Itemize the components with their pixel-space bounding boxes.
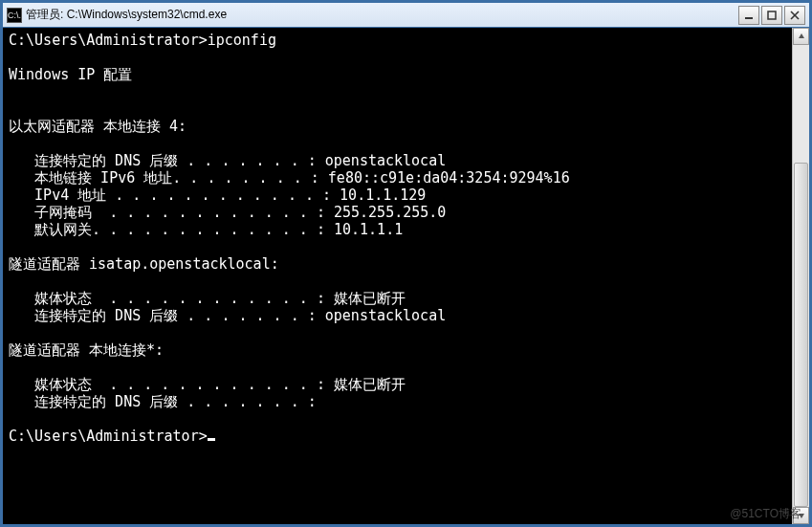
prompt: C:\Users\Administrator> — [9, 428, 208, 445]
scrollbar-thumb[interactable] — [794, 163, 808, 507]
field-label: 子网掩码 . . . . . . . . . . . . : — [9, 204, 334, 221]
field-value: 媒体已断开 — [334, 376, 406, 393]
svg-marker-4 — [799, 33, 804, 38]
field-label: 媒体状态 . . . . . . . . . . . . : — [9, 290, 334, 307]
close-button[interactable] — [784, 6, 805, 25]
field-value: 10.1.1.1 — [334, 221, 403, 238]
adapter-title: 隧道适配器 本地连接*: — [9, 341, 164, 359]
window-title: 管理员: C:\Windows\system32\cmd.exe — [26, 7, 738, 23]
scroll-down-button[interactable] — [793, 507, 809, 524]
minimize-button[interactable] — [738, 6, 759, 25]
field-value: 255.255.255.0 — [334, 204, 446, 221]
field-value: 媒体已断开 — [334, 290, 406, 307]
scroll-up-button[interactable] — [793, 28, 809, 45]
maximize-button[interactable] — [761, 6, 782, 25]
field-label: 连接特定的 DNS 后缀 . . . . . . . : — [9, 307, 325, 324]
app-icon: C:\. — [7, 8, 22, 23]
adapter-title: 以太网适配器 本地连接 4: — [9, 118, 187, 135]
field-label: 媒体状态 . . . . . . . . . . . . : — [9, 376, 334, 393]
field-value: openstacklocal — [325, 152, 446, 169]
cursor — [208, 438, 215, 441]
field-value: openstacklocal — [325, 307, 446, 324]
svg-rect-0 — [745, 17, 753, 19]
vertical-scrollbar[interactable] — [792, 28, 809, 524]
scrollbar-track[interactable] — [793, 45, 809, 507]
field-label: 连接特定的 DNS 后缀 . . . . . . . : — [9, 152, 325, 169]
svg-rect-1 — [768, 11, 776, 19]
field-label: 本地链接 IPv6 地址. . . . . . . . : — [9, 169, 328, 187]
svg-marker-5 — [799, 514, 804, 518]
app-icon-glyph: C:\. — [8, 11, 21, 20]
titlebar[interactable]: C:\. 管理员: C:\Windows\system32\cmd.exe — [3, 3, 809, 28]
field-label: IPv4 地址 . . . . . . . . . . . . : — [9, 187, 340, 204]
ipconfig-header: Windows IP 配置 — [9, 66, 132, 83]
window-buttons — [738, 6, 805, 25]
adapter-title: 隧道适配器 isatap.openstacklocal: — [9, 255, 279, 273]
prompt: C:\Users\Administrator> — [9, 32, 208, 49]
terminal-area: C:\Users\Administrator>ipconfig Windows … — [3, 28, 809, 524]
cmd-window: C:\. 管理员: C:\Windows\system32\cmd.exe C:… — [0, 0, 812, 527]
field-label: 连接特定的 DNS 后缀 . . . . . . . : — [9, 393, 317, 410]
field-value: 10.1.1.129 — [340, 187, 426, 204]
command-text: ipconfig — [208, 32, 276, 49]
terminal-output[interactable]: C:\Users\Administrator>ipconfig Windows … — [3, 28, 792, 524]
field-label: 默认网关. . . . . . . . . . . . . : — [9, 221, 334, 238]
field-value: fe80::c91e:da04:3254:9294%16 — [328, 169, 570, 187]
